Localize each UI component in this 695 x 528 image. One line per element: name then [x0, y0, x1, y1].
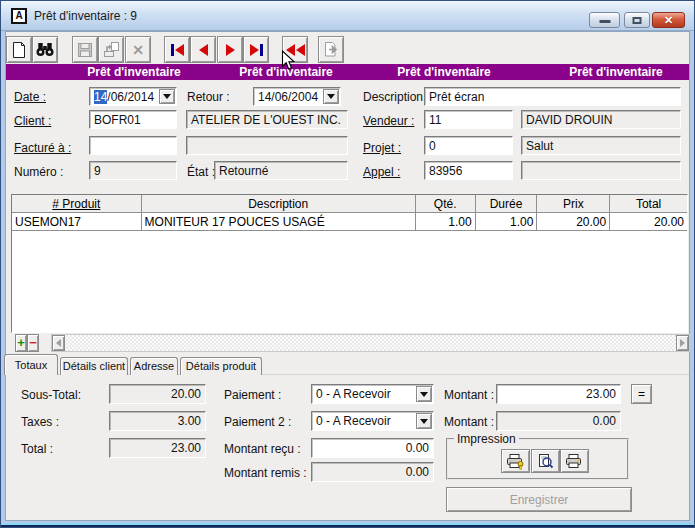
description-input[interactable]: Prêt écran [424, 87, 681, 106]
nav-last-bar [260, 44, 263, 56]
nav-next-button[interactable] [217, 36, 243, 63]
maximize-button[interactable] [624, 12, 650, 28]
client-code-input[interactable]: BOFR01 [89, 110, 177, 129]
header-prix[interactable]: Prix [537, 195, 610, 212]
table-row[interactable]: USEMON17 MONITEUR 17 POUCES USAGÉ 1.00 1… [12, 213, 687, 231]
find-button[interactable] [32, 36, 58, 63]
export-icon [323, 41, 340, 58]
paiement-label: Paiement : [224, 388, 281, 402]
montant-remis-label: Montant remis : [224, 466, 307, 480]
remove-row-button[interactable]: − [27, 334, 39, 352]
projet-name-display: Salut [521, 136, 681, 155]
montant2-display: 0.00 [496, 411, 621, 431]
date-rest-part: /06/2014 [107, 90, 154, 104]
impression-group-label: Impression [454, 432, 519, 446]
save-button[interactable] [72, 36, 98, 63]
retour-value: 14/06/2004 [258, 90, 318, 104]
banner-label-3: Prêt d'inventaire [369, 65, 519, 79]
cell-duree: 1.00 [476, 213, 538, 230]
delete-button[interactable]: ✕ [125, 36, 151, 63]
transfer-button[interactable] [98, 36, 124, 63]
scroll-left-icon [56, 339, 61, 347]
cell-prix: 20.00 [537, 213, 610, 230]
numero-display: 9 [89, 161, 177, 180]
date-dropdown-button[interactable] [159, 89, 175, 104]
tab-totaux[interactable]: Totaux [4, 354, 58, 375]
nav-first-button[interactable] [164, 36, 190, 63]
nav-next-icon [226, 44, 235, 56]
facture-label[interactable]: Facturé à : [14, 141, 71, 155]
product-grid: # Produit Description Qté. Durée Prix To… [11, 194, 688, 333]
scroll-right-button[interactable] [676, 335, 689, 351]
window-frame-edge [1, 525, 694, 527]
description-label: Description: [363, 90, 426, 104]
date-label[interactable]: Date : [14, 90, 46, 104]
projet-label[interactable]: Projet : [363, 141, 401, 155]
montant2-label: Montant : [444, 415, 494, 429]
scroll-left-button[interactable] [52, 335, 65, 351]
export-button[interactable] [318, 36, 344, 63]
tab-adresse[interactable]: Adresse [130, 357, 178, 375]
header-produit[interactable]: # Produit [12, 195, 142, 212]
retour-dropdown-button[interactable] [323, 89, 339, 104]
tab-details-produit[interactable]: Détails produit [180, 357, 262, 375]
montant-input[interactable]: 23.00 [496, 384, 621, 404]
chevron-down-icon [420, 419, 428, 424]
numero-label: Numéro : [14, 165, 63, 179]
minimize-icon [599, 20, 610, 23]
client-label[interactable]: Client : [14, 114, 51, 128]
delete-icon: ✕ [132, 43, 144, 57]
cell-qte: 1.00 [416, 213, 476, 230]
close-icon: ✕ [653, 14, 684, 27]
montant-recu-input[interactable]: 0.00 [311, 438, 434, 458]
vendeur-code-input[interactable]: 11 [424, 110, 513, 129]
projet-code-input[interactable]: 0 [424, 136, 513, 155]
minimize-button[interactable] [589, 12, 620, 28]
close-button[interactable]: ✕ [652, 12, 685, 28]
paiement-select[interactable]: 0 - A Recevoir [311, 384, 434, 404]
paiement2-select[interactable]: 0 - A Recevoir [311, 411, 434, 431]
app-window: A Prêt d'inventaire : 9 ✕ ✕ Prêt d'inven [0, 0, 695, 528]
paiement2-label: Paiement 2 : [224, 415, 291, 429]
nav-first-icon [171, 44, 174, 56]
grid-horizontal-scrollbar[interactable] [51, 334, 690, 352]
print-setup-button[interactable] [501, 449, 530, 473]
nav-last-button[interactable] [243, 36, 269, 63]
nav-previous-icon [199, 44, 208, 56]
enregistrer-button[interactable]: Enregistrer [446, 487, 632, 512]
paiement2-dropdown-button[interactable] [416, 413, 432, 429]
date-combobox[interactable]: 14/06/2014 [89, 87, 177, 106]
cell-produit: USEMON17 [12, 213, 142, 230]
appel-label[interactable]: Appel : [363, 165, 400, 179]
new-record-button[interactable] [6, 36, 32, 63]
date-selected-part: 14 [94, 90, 107, 104]
total-label: Total : [21, 442, 53, 456]
client-name-display: ATELIER DE L'OUEST INC. [186, 110, 348, 129]
facture-code-input[interactable] [89, 136, 177, 155]
tab-details-client[interactable]: Détails client [60, 357, 128, 375]
print-icon [565, 453, 584, 470]
banner-label-1: Prêt d'inventaire [59, 65, 209, 79]
montant-remis-display: 0.00 [311, 462, 434, 482]
retour-combobox[interactable]: 14/06/2004 [253, 87, 341, 106]
title-bar: A Prêt d'inventaire : 9 ✕ [1, 1, 694, 31]
nav-previous-button[interactable] [190, 36, 216, 63]
banner: Prêt d'inventaire Prêt d'inventaire Prêt… [6, 64, 689, 80]
header-total[interactable]: Total [610, 195, 687, 212]
sous-total-display: 20.00 [109, 384, 206, 404]
equals-button[interactable]: = [631, 384, 652, 404]
header-duree[interactable]: Durée [476, 195, 538, 212]
maximize-icon [633, 17, 642, 24]
impression-group: Impression [446, 438, 629, 480]
montant-recu-label: Montant reçu : [224, 442, 301, 456]
appel-name-display [521, 161, 681, 180]
print-preview-button[interactable] [531, 449, 560, 473]
add-row-button[interactable]: + [15, 334, 27, 352]
appel-input[interactable]: 83956 [424, 161, 513, 180]
header-qte[interactable]: Qté. [416, 195, 476, 212]
paiement-dropdown-button[interactable] [416, 386, 432, 402]
print-button[interactable] [560, 449, 589, 473]
nav-first-arrow [175, 44, 184, 56]
vendeur-label[interactable]: Vendeur : [363, 114, 414, 128]
header-description[interactable]: Description [142, 195, 416, 212]
